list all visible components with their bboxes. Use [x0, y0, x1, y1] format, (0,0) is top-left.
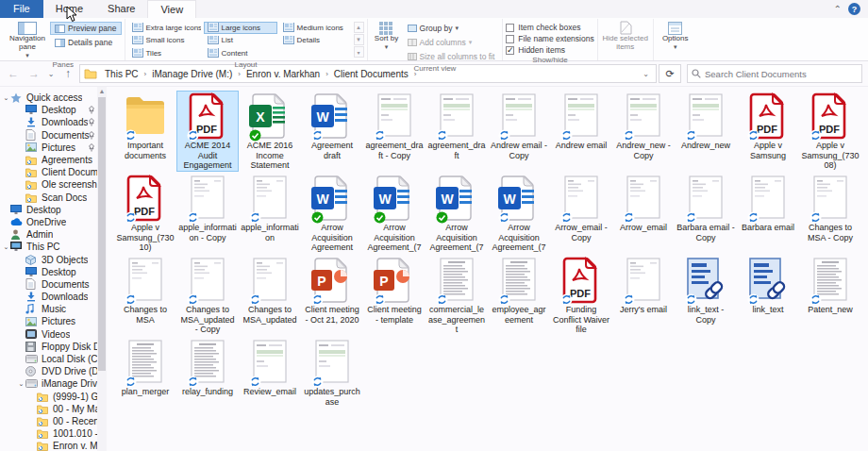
file-item-jerry-s-email[interactable]: Jerry's email: [613, 256, 674, 335]
unchecked-checkbox-icon[interactable]: [506, 35, 514, 43]
layout-option-details[interactable]: Details: [279, 35, 353, 47]
scroll-up-icon[interactable]: ▲: [97, 87, 107, 96]
layout-option-extra-large-icons[interactable]: Extra large icons: [128, 22, 202, 34]
sidebar-item-00-recent-matters[interactable]: 00 - Recent Matters: [0, 415, 97, 427]
search-box[interactable]: [687, 64, 862, 83]
file-item-changes-to-msa-copy[interactable]: Changes to MSA - Copy: [800, 174, 860, 253]
file-item-review-email[interactable]: Review_email: [240, 338, 300, 417]
file-item-important-documents[interactable]: Important documents: [115, 92, 175, 171]
file-item-apple-v-samsung-73008[interactable]: PDFApple v Samsung_(73008): [800, 92, 860, 171]
file-item-arrow-acquisition-agreement-73009[interactable]: WArrow Acquisition Agreement_(73009): [364, 174, 425, 253]
file-item-link-text-copy[interactable]: link_text - Copy: [676, 256, 736, 335]
add-columns-button[interactable]: Add columns ▾: [403, 36, 500, 49]
file-item-updates-purchase[interactable]: updates_purchase: [302, 338, 362, 417]
size-all-columns-button[interactable]: Size all columns to fit: [403, 50, 500, 63]
tab-home[interactable]: Home: [43, 0, 95, 18]
sidebar-item-quick-access[interactable]: ⌄Quick access: [0, 92, 97, 104]
file-item-acme-2014-audit-engagement-contract-1[interactable]: PDFACME 2014 Audit Engagement Contract (…: [177, 92, 238, 171]
file-item-agreement-draft[interactable]: agreement_draft: [426, 92, 487, 171]
file-item-link-text[interactable]: link_text: [738, 256, 798, 335]
gallery-scroll-down-icon[interactable]: ▼: [354, 34, 364, 45]
unchecked-checkbox-icon[interactable]: [506, 24, 514, 32]
file-item-andrew-email[interactable]: Andrew email: [551, 92, 611, 171]
refresh-icon[interactable]: ⟳: [659, 64, 681, 83]
expand-chevron-icon[interactable]: ⌄: [17, 380, 25, 388]
file-item-client-meeting-template[interactable]: PClient meeting - template: [364, 256, 425, 335]
file-item-arrow-acquisition-agreement-73011[interactable]: WArrow Acquisition Agreement_(73011): [426, 174, 487, 253]
file-item-employee-agreement[interactable]: employee_agreement: [489, 256, 549, 335]
sidebar-item-dvd-drive-d[interactable]: DVD Drive (D:): [0, 365, 97, 377]
tab-view[interactable]: View: [147, 0, 196, 18]
sidebar-item-pictures[interactable]: Pictures: [0, 142, 97, 154]
sidebar-item-scan-docs[interactable]: Scan Docs: [0, 192, 97, 204]
layout-option-medium-icons[interactable]: Medium icons: [279, 22, 353, 34]
file-item-acme-2016-income-statement[interactable]: XACME 2016 Income Statement: [240, 92, 300, 171]
checkbox-item-check-boxes[interactable]: Item check boxes: [506, 23, 593, 32]
sidebar-item-documents[interactable]: Documents: [0, 129, 97, 142]
sidebar-item-downloads[interactable]: Downloads: [0, 291, 97, 303]
layout-option-content[interactable]: Content: [204, 47, 277, 59]
sidebar-item-downloads[interactable]: Downloads: [0, 116, 97, 128]
layout-option-tiles[interactable]: Tiles: [128, 47, 202, 59]
sidebar-item-1001-010-arrow-comp[interactable]: 1001.010 - Arrow Comp: [0, 427, 97, 440]
details-pane-button[interactable]: Details pane: [50, 36, 122, 49]
file-item-arrow-acquisition-agreement-73708[interactable]: WArrow Acquisition Agreement_(73708): [489, 174, 549, 253]
file-item-arrow-acquisition-agreement[interactable]: WArrow Acquisition Agreement: [302, 174, 362, 253]
layout-option-large-icons[interactable]: Large icons: [204, 22, 277, 34]
file-item-commercial-lease-agreement[interactable]: commercial_lease_agreement: [426, 256, 487, 335]
tab-share[interactable]: Share: [95, 0, 147, 18]
sidebar-item-this-pc[interactable]: ⌄This PC: [0, 241, 97, 253]
file-item-funding-conflict-waiver-file[interactable]: PDFFunding Conflict Waiver file: [551, 256, 611, 335]
sidebar-item-local-disk-c[interactable]: Local Disk (C:): [0, 353, 97, 365]
sidebar-item-client-documents[interactable]: Client Documents: [0, 166, 97, 178]
sidebar-item-music[interactable]: Music: [0, 303, 97, 315]
file-item-arrow-email-copy[interactable]: Arrow_email - Copy: [551, 174, 611, 253]
sidebar-item-imanage-drive-m[interactable]: ⌄iManage Drive (M:): [0, 377, 97, 390]
minimize-ribbon-icon[interactable]: ⌃: [834, 4, 842, 14]
navigation-pane-button[interactable]: Navigation pane ▾: [5, 20, 50, 59]
file-item-agreement-draft[interactable]: WAgreement draft: [302, 92, 362, 171]
file-item-barbara-email[interactable]: Barbara email: [738, 174, 798, 253]
expand-chevron-icon[interactable]: ⌄: [2, 243, 10, 251]
sidebar-item-admin[interactable]: Admin: [0, 228, 97, 241]
file-item-apple-information[interactable]: apple_information: [240, 174, 300, 253]
file-item-apple-information-copy[interactable]: apple_information - Copy: [177, 174, 238, 253]
file-item-changes-to-msa-updated[interactable]: Changes to MSA_updated: [240, 256, 300, 335]
help-icon[interactable]: ?: [848, 3, 860, 15]
sort-by-button[interactable]: Sort by ▾: [371, 20, 403, 51]
hide-selected-items-button[interactable]: Hide selected items: [601, 20, 650, 52]
sidebar-item-desktop[interactable]: Desktop: [0, 104, 97, 116]
sidebar-item-ole-screenshots[interactable]: Ole screenshots: [0, 178, 97, 191]
sidebar-item-agreements[interactable]: Agreements: [0, 154, 97, 166]
file-item-agreement-draft-copy[interactable]: agreement_draft - Copy: [364, 92, 425, 171]
sidebar-item-desktop[interactable]: Desktop: [0, 204, 97, 216]
file-item-relay-funding[interactable]: relay_funding: [177, 338, 238, 417]
options-button[interactable]: Options ▾: [657, 20, 694, 51]
sidebar-item-documents[interactable]: Documents: [0, 278, 97, 291]
sidebar-item-00-my-matters[interactable]: 00 - My Matters: [0, 403, 97, 415]
sidebar-item-enron-v-markhan[interactable]: Enron v. Markhan: [0, 440, 97, 451]
file-item-changes-to-msa-updated-copy[interactable]: Changes to MSA_updated - Copy: [177, 256, 238, 335]
expand-chevron-icon[interactable]: ⌄: [2, 94, 10, 102]
file-item-arrow-email[interactable]: Arrow_email: [613, 174, 674, 253]
gallery-expand-icon[interactable]: ▾: [354, 46, 364, 58]
address-dropdown-icon[interactable]: ⌄: [638, 70, 654, 78]
layout-option-list[interactable]: List: [204, 35, 277, 47]
file-item-plan-merger[interactable]: plan_merger: [115, 338, 175, 417]
checkbox-file-name-extensions[interactable]: File name extensions: [506, 34, 593, 43]
gallery-scroll-up-icon[interactable]: ▲: [354, 22, 364, 33]
sidebar-item-onedrive[interactable]: OneDrive: [0, 216, 97, 228]
scrollbar-thumb[interactable]: [98, 97, 106, 371]
sidebar-item-desktop[interactable]: Desktop: [0, 266, 97, 278]
file-item-patent-new[interactable]: Patent_new: [800, 256, 860, 335]
checked-checkbox-icon[interactable]: ✓: [506, 46, 514, 55]
file-item-client-meeting-oct-21-2020[interactable]: PClient meeting - Oct 21, 2020: [302, 256, 362, 335]
layout-option-small-icons[interactable]: Small icons: [128, 35, 202, 47]
file-item-andrew-new[interactable]: Andrew_new: [676, 92, 736, 171]
sidebar-scrollbar[interactable]: ▲: [97, 87, 107, 451]
sidebar-item-videos[interactable]: Videos: [0, 328, 97, 341]
preview-pane-button[interactable]: Preview pane: [50, 22, 122, 35]
file-item-barbara-email-copy[interactable]: Barbara email - Copy: [676, 174, 736, 253]
search-input[interactable]: [705, 69, 858, 79]
sidebar-item-3d-objects[interactable]: 3D Objects: [0, 253, 97, 265]
